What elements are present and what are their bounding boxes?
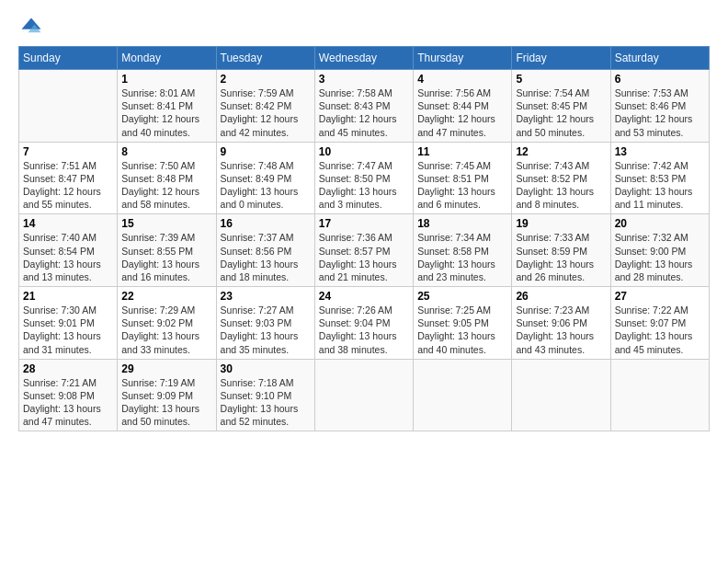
day-info: Sunrise: 7:45 AMSunset: 8:51 PMDaylight:… [417, 159, 507, 212]
week-row-4: 28Sunrise: 7:21 AMSunset: 9:08 PMDayligh… [19, 359, 710, 431]
day-number: 26 [516, 290, 606, 303]
day-number: 13 [615, 145, 705, 158]
calendar-cell: 25Sunrise: 7:25 AMSunset: 9:05 PMDayligh… [414, 287, 512, 360]
header-row: SundayMondayTuesdayWednesdayThursdayFrid… [19, 47, 710, 70]
calendar-header: SundayMondayTuesdayWednesdayThursdayFrid… [19, 47, 710, 70]
day-number: 1 [121, 73, 211, 86]
day-info: Sunrise: 7:34 AMSunset: 8:58 PMDaylight:… [417, 231, 507, 283]
day-info: Sunrise: 7:33 AMSunset: 8:59 PMDaylight:… [516, 231, 606, 283]
day-number: 3 [319, 73, 409, 86]
day-number: 20 [615, 217, 705, 230]
day-info: Sunrise: 7:47 AMSunset: 8:50 PMDaylight:… [319, 159, 409, 212]
day-number: 22 [121, 290, 211, 303]
header-cell-thursday: Thursday [414, 47, 512, 70]
day-info: Sunrise: 7:19 AMSunset: 9:09 PMDaylight:… [121, 376, 211, 429]
day-number: 25 [417, 290, 507, 303]
logo-icon [18, 15, 44, 40]
day-number: 28 [23, 362, 113, 375]
day-number: 8 [121, 145, 211, 158]
calendar-cell: 29Sunrise: 7:19 AMSunset: 9:09 PMDayligh… [118, 359, 216, 431]
logo [18, 15, 48, 40]
day-number: 6 [615, 73, 705, 86]
day-number: 2 [221, 73, 311, 86]
calendar-cell: 1Sunrise: 8:01 AMSunset: 8:41 PMDaylight… [118, 70, 216, 143]
day-info: Sunrise: 7:40 AMSunset: 8:54 PMDaylight:… [23, 231, 113, 283]
day-number: 24 [319, 290, 409, 303]
calendar-cell: 16Sunrise: 7:37 AMSunset: 8:56 PMDayligh… [216, 214, 314, 287]
day-number: 19 [516, 217, 606, 230]
day-info: Sunrise: 7:56 AMSunset: 8:44 PMDaylight:… [417, 86, 507, 139]
header-cell-friday: Friday [512, 47, 610, 70]
calendar-cell: 22Sunrise: 7:29 AMSunset: 9:02 PMDayligh… [118, 287, 216, 360]
day-number: 4 [417, 73, 507, 86]
calendar-cell: 19Sunrise: 7:33 AMSunset: 8:59 PMDayligh… [512, 214, 610, 287]
calendar-cell: 28Sunrise: 7:21 AMSunset: 9:08 PMDayligh… [19, 359, 118, 431]
calendar-cell: 26Sunrise: 7:23 AMSunset: 9:06 PMDayligh… [512, 287, 610, 360]
calendar-cell: 6Sunrise: 7:53 AMSunset: 8:46 PMDaylight… [610, 70, 709, 143]
calendar-cell [610, 359, 709, 431]
day-number: 27 [615, 290, 705, 303]
calendar-cell: 27Sunrise: 7:22 AMSunset: 9:07 PMDayligh… [610, 287, 709, 360]
day-info: Sunrise: 7:58 AMSunset: 8:43 PMDaylight:… [319, 86, 409, 139]
calendar-cell: 23Sunrise: 7:27 AMSunset: 9:03 PMDayligh… [216, 287, 314, 360]
day-info: Sunrise: 7:53 AMSunset: 8:46 PMDaylight:… [615, 86, 705, 139]
header-cell-sunday: Sunday [19, 47, 118, 70]
calendar-cell: 7Sunrise: 7:51 AMSunset: 8:47 PMDaylight… [19, 142, 118, 214]
day-info: Sunrise: 7:59 AMSunset: 8:42 PMDaylight:… [221, 86, 311, 139]
day-info: Sunrise: 7:23 AMSunset: 9:06 PMDaylight:… [516, 304, 606, 356]
calendar-cell: 21Sunrise: 7:30 AMSunset: 9:01 PMDayligh… [19, 287, 118, 360]
day-info: Sunrise: 7:27 AMSunset: 9:03 PMDaylight:… [221, 304, 311, 356]
day-number: 23 [221, 290, 311, 303]
day-info: Sunrise: 7:26 AMSunset: 9:04 PMDaylight:… [319, 304, 409, 356]
calendar-cell: 5Sunrise: 7:54 AMSunset: 8:45 PMDaylight… [512, 70, 610, 143]
week-row-2: 14Sunrise: 7:40 AMSunset: 8:54 PMDayligh… [19, 214, 710, 287]
day-number: 9 [221, 145, 311, 158]
week-row-1: 7Sunrise: 7:51 AMSunset: 8:47 PMDaylight… [19, 142, 710, 214]
calendar-cell: 2Sunrise: 7:59 AMSunset: 8:42 PMDaylight… [216, 70, 314, 143]
day-info: Sunrise: 7:39 AMSunset: 8:55 PMDaylight:… [121, 231, 211, 283]
day-number: 18 [417, 217, 507, 230]
calendar-cell [19, 70, 118, 143]
day-info: Sunrise: 7:18 AMSunset: 9:10 PMDaylight:… [221, 376, 311, 429]
header-cell-monday: Monday [118, 47, 216, 70]
header-cell-tuesday: Tuesday [216, 47, 314, 70]
svg-marker-0 [22, 18, 41, 29]
day-info: Sunrise: 8:01 AMSunset: 8:41 PMDaylight:… [121, 86, 211, 139]
calendar-cell [314, 359, 413, 431]
calendar-cell [414, 359, 512, 431]
calendar-cell: 10Sunrise: 7:47 AMSunset: 8:50 PMDayligh… [314, 142, 413, 214]
day-number: 30 [221, 362, 311, 375]
header-cell-saturday: Saturday [610, 47, 709, 70]
day-info: Sunrise: 7:36 AMSunset: 8:57 PMDaylight:… [319, 231, 409, 283]
day-info: Sunrise: 7:54 AMSunset: 8:45 PMDaylight:… [516, 86, 606, 139]
day-info: Sunrise: 7:50 AMSunset: 8:48 PMDaylight:… [121, 159, 211, 212]
calendar-cell: 12Sunrise: 7:43 AMSunset: 8:52 PMDayligh… [512, 142, 610, 214]
calendar-cell: 20Sunrise: 7:32 AMSunset: 9:00 PMDayligh… [610, 214, 709, 287]
day-info: Sunrise: 7:32 AMSunset: 9:00 PMDaylight:… [615, 231, 705, 283]
header [18, 15, 710, 40]
calendar-cell: 24Sunrise: 7:26 AMSunset: 9:04 PMDayligh… [314, 287, 413, 360]
day-number: 5 [516, 73, 606, 86]
calendar-cell [512, 359, 610, 431]
week-row-3: 21Sunrise: 7:30 AMSunset: 9:01 PMDayligh… [19, 287, 710, 360]
day-number: 15 [121, 217, 211, 230]
calendar-cell: 30Sunrise: 7:18 AMSunset: 9:10 PMDayligh… [216, 359, 314, 431]
day-number: 12 [516, 145, 606, 158]
calendar-cell: 13Sunrise: 7:42 AMSunset: 8:53 PMDayligh… [610, 142, 709, 214]
calendar-table: SundayMondayTuesdayWednesdayThursdayFrid… [18, 46, 710, 431]
day-info: Sunrise: 7:30 AMSunset: 9:01 PMDaylight:… [23, 304, 113, 356]
calendar-cell: 14Sunrise: 7:40 AMSunset: 8:54 PMDayligh… [19, 214, 118, 287]
calendar-cell: 9Sunrise: 7:48 AMSunset: 8:49 PMDaylight… [216, 142, 314, 214]
header-cell-wednesday: Wednesday [314, 47, 413, 70]
calendar-cell: 8Sunrise: 7:50 AMSunset: 8:48 PMDaylight… [118, 142, 216, 214]
day-info: Sunrise: 7:21 AMSunset: 9:08 PMDaylight:… [23, 376, 113, 429]
day-number: 14 [23, 217, 113, 230]
calendar-cell: 3Sunrise: 7:58 AMSunset: 8:43 PMDaylight… [314, 70, 413, 143]
calendar-cell: 17Sunrise: 7:36 AMSunset: 8:57 PMDayligh… [314, 214, 413, 287]
day-number: 21 [23, 290, 113, 303]
calendar-body: 1Sunrise: 8:01 AMSunset: 8:41 PMDaylight… [19, 70, 710, 431]
day-number: 29 [121, 362, 211, 375]
day-info: Sunrise: 7:51 AMSunset: 8:47 PMDaylight:… [23, 159, 113, 212]
day-number: 16 [221, 217, 311, 230]
page-container: SundayMondayTuesdayWednesdayThursdayFrid… [0, 0, 728, 441]
